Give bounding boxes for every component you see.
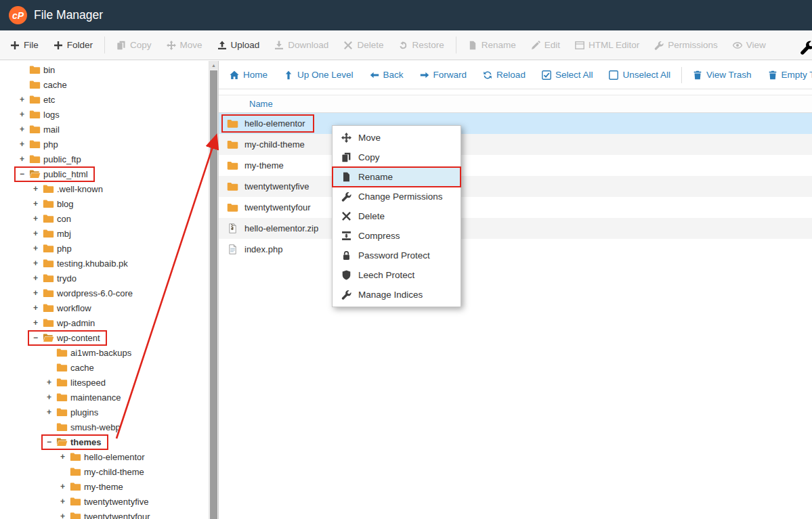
tree-expander-mbj[interactable]: +	[31, 229, 40, 238]
tree-expander-mail[interactable]: +	[18, 125, 26, 134]
tree-expander-twentytwentyfour[interactable]: +	[58, 512, 67, 519]
tree-expander-con[interactable]: +	[31, 214, 40, 223]
nav-button-forward[interactable]: Forward	[412, 70, 475, 80]
tree-item-mail[interactable]: +mail	[0, 122, 209, 137]
tree-item-wp-admin[interactable]: +wp-admin	[0, 315, 209, 330]
toolbar-button-upload[interactable]: Upload	[210, 30, 268, 60]
file-row-my-theme[interactable]: my-theme	[219, 155, 812, 176]
context-menu-item-rename[interactable]: Rename	[333, 167, 461, 187]
tree-item-mbj[interactable]: +mbj	[0, 226, 209, 241]
tree-item-cache[interactable]: cache	[0, 360, 209, 375]
file-row-hello-elementor-zip[interactable]: hello-elementor.zip	[219, 218, 812, 239]
tree-item-php[interactable]: +php	[0, 241, 209, 256]
tree-item-public-ftp[interactable]: +public_ftp	[0, 152, 209, 166]
toolbar-button-move[interactable]: Move	[159, 30, 210, 60]
tree-expander-maintenance[interactable]: +	[45, 392, 54, 402]
tree-expander-trydo[interactable]: +	[31, 273, 40, 283]
context-menu-item-copy[interactable]: Copy	[333, 148, 461, 167]
file-row-twentytwentyfive[interactable]: twentytwentyfive	[219, 176, 812, 197]
tree-expander-blog[interactable]: +	[31, 199, 40, 208]
tree-item-blog[interactable]: +blog	[0, 196, 209, 211]
tree-expander-php[interactable]: +	[31, 244, 40, 253]
tree-expander-testing-khubaib-pk[interactable]: +	[31, 258, 40, 268]
tree-expander-public-ftp[interactable]: +	[18, 154, 26, 164]
context-menu-item-compress[interactable]: Compress	[333, 226, 461, 246]
toolbar-button-restore[interactable]: Restore	[391, 30, 451, 60]
toolbar-overflow-icon[interactable]	[800, 40, 812, 51]
tree-item-trydo[interactable]: +trydo	[0, 271, 209, 286]
sidebar-scrollbar[interactable]: ▲	[209, 61, 218, 519]
tree-item-con[interactable]: +con	[0, 211, 209, 226]
php-file-icon	[227, 244, 238, 254]
scroll-up-button[interactable]: ▲	[209, 61, 218, 70]
tree-item-my-child-theme[interactable]: my-child-theme	[0, 464, 209, 479]
tree-expander-public-html[interactable]: −	[18, 169, 26, 179]
nav-button-unselect-all[interactable]: Unselect All	[601, 70, 679, 80]
tree-expander-wp-admin[interactable]: +	[31, 318, 40, 328]
tree-expander-twentytwentyfive[interactable]: +	[58, 497, 67, 506]
toolbar-button-file[interactable]: File	[3, 30, 46, 60]
tree-item-ai1wm-backups[interactable]: ai1wm-backups	[0, 345, 209, 360]
tree-item-maintenance[interactable]: +maintenance	[0, 390, 209, 405]
tree-expander-hello-elementor[interactable]: +	[58, 452, 67, 461]
file-row-my-child-theme[interactable]: my-child-theme	[219, 134, 812, 155]
nav-button-select-all[interactable]: Select All	[534, 70, 601, 80]
tree-expander-well-known[interactable]: +	[31, 184, 40, 194]
nav-button-home[interactable]: Home	[221, 70, 276, 80]
tree-item-plugins[interactable]: +plugins	[0, 405, 209, 420]
tree-item-bin[interactable]: bin	[0, 62, 209, 77]
tree-item-workflow[interactable]: +workflow	[0, 300, 209, 315]
tree-item-smush-webp[interactable]: smush-webp	[0, 420, 209, 434]
tree-expander-logs[interactable]: +	[18, 110, 26, 119]
nav-button-up-one-level[interactable]: Up One Level	[276, 70, 362, 80]
toolbar-button-rename[interactable]: Rename	[461, 30, 523, 60]
tree-expander-litespeed[interactable]: +	[45, 378, 54, 387]
tree-expander-wp-content[interactable]: −	[31, 333, 40, 342]
tree-item-php[interactable]: +php	[0, 137, 209, 152]
nav-button-empty-trash[interactable]: Empty Trash	[760, 70, 812, 80]
tree-expander-php[interactable]: +	[18, 139, 26, 149]
tree-item-public-html[interactable]: −public_html	[0, 166, 209, 181]
tree-expander-my-theme[interactable]: +	[58, 482, 67, 491]
tree-item-hello-elementor[interactable]: +hello-elementor	[0, 449, 209, 464]
tree-expander-etc[interactable]: +	[18, 95, 26, 104]
tree-item-wordpress-6-0-core[interactable]: +wordpress-6.0-core	[0, 286, 209, 300]
tree-expander-themes[interactable]: −	[45, 437, 54, 447]
file-row-index-php[interactable]: index.php	[219, 239, 812, 260]
toolbar-button-permissions[interactable]: Permissions	[647, 30, 725, 60]
file-row-twentytwentyfour[interactable]: twentytwentyfour	[219, 197, 812, 218]
tree-item-my-theme[interactable]: +my-theme	[0, 479, 209, 494]
tree-item-testing-khubaib-pk[interactable]: +testing.khubaib.pk	[0, 256, 209, 271]
tree-item-etc[interactable]: +etc	[0, 92, 209, 107]
nav-button-view-trash[interactable]: View Trash	[685, 70, 760, 80]
tree-item-logs[interactable]: +logs	[0, 107, 209, 122]
tree-item-well-known[interactable]: +.well-known	[0, 181, 209, 196]
context-menu-item-move[interactable]: Move	[333, 128, 461, 148]
context-menu-item-password-protect[interactable]: Password Protect	[333, 246, 461, 265]
column-header-name[interactable]: Name	[249, 99, 273, 109]
tree-item-twentytwentyfive[interactable]: +twentytwentyfive	[0, 494, 209, 509]
toolbar-button-folder[interactable]: Folder	[46, 30, 100, 60]
toolbar-button-copy[interactable]: Copy	[109, 30, 159, 60]
toolbar-button-html-editor[interactable]: HTML Editor	[568, 30, 647, 60]
tree-expander-workflow[interactable]: +	[31, 303, 40, 313]
toolbar-button-delete[interactable]: Delete	[336, 30, 391, 60]
toolbar-button-view[interactable]: View	[725, 30, 773, 60]
scrollbar-thumb[interactable]	[210, 70, 217, 519]
tree-item-twentytwentyfour[interactable]: +twentytwentyfour	[0, 509, 209, 519]
toolbar-button-download[interactable]: Download	[267, 30, 336, 60]
nav-button-reload[interactable]: Reload	[475, 70, 534, 80]
toolbar-button-edit[interactable]: Edit	[523, 30, 568, 60]
tree-expander-plugins[interactable]: +	[45, 407, 54, 417]
context-menu-item-change-permissions[interactable]: Change Permissions	[333, 187, 461, 206]
tree-expander-wordpress-6-0-core[interactable]: +	[31, 288, 40, 298]
context-menu-item-manage-indices[interactable]: Manage Indices	[333, 285, 461, 304]
tree-item-cache[interactable]: cache	[0, 77, 209, 92]
tree-item-wp-content[interactable]: −wp-content	[0, 330, 209, 345]
tree-item-litespeed[interactable]: +litespeed	[0, 375, 209, 390]
nav-button-back[interactable]: Back	[362, 70, 412, 80]
file-row-hello-elementor[interactable]: hello-elementor	[219, 113, 812, 134]
tree-item-themes[interactable]: −themes	[0, 434, 209, 449]
context-menu-item-delete[interactable]: Delete	[333, 206, 461, 226]
context-menu-item-leech-protect[interactable]: Leech Protect	[333, 265, 461, 285]
